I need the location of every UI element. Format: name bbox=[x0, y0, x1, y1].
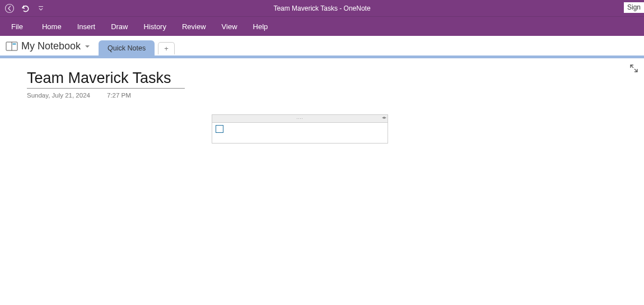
page-canvas[interactable]: Team Maverick Tasks Sunday, July 21, 202… bbox=[0, 58, 644, 305]
page-time[interactable]: 7:27 PM bbox=[107, 92, 131, 99]
section-bar: My Notebook Quick Notes + bbox=[0, 36, 644, 58]
qat-dropdown-icon bbox=[38, 5, 44, 12]
todo-checkbox-tag[interactable] bbox=[216, 125, 223, 133]
expand-icon bbox=[629, 64, 638, 73]
grip-icon: ···· bbox=[297, 117, 304, 121]
page-title-block: Team Maverick Tasks Sunday, July 21, 202… bbox=[27, 70, 185, 99]
page-date[interactable]: Sunday, July 21, 2024 bbox=[27, 92, 90, 99]
qat-customize-button[interactable] bbox=[35, 2, 47, 15]
ribbon-tab-view[interactable]: View bbox=[214, 17, 245, 36]
note-container-handle[interactable]: ···· ◂ ▸ bbox=[212, 114, 388, 122]
ribbon-tab-home[interactable]: Home bbox=[34, 17, 69, 36]
resize-handles[interactable]: ◂ ▸ bbox=[382, 115, 386, 120]
notebook-name: My Notebook bbox=[21, 40, 81, 52]
back-arrow-circle-icon bbox=[4, 3, 15, 13]
svg-rect-4 bbox=[13, 43, 16, 45]
chevron-down-icon bbox=[84, 43, 91, 50]
section-tab-quick-notes[interactable]: Quick Notes bbox=[99, 40, 155, 56]
sign-in-button[interactable]: Sign bbox=[624, 2, 644, 13]
note-container[interactable]: ···· ◂ ▸ bbox=[212, 114, 388, 144]
ribbon-tab-review[interactable]: Review bbox=[174, 17, 214, 36]
fullscreen-toggle[interactable] bbox=[629, 64, 638, 75]
add-section-button[interactable]: + bbox=[158, 42, 175, 54]
undo-icon bbox=[20, 3, 30, 13]
ribbon-tab-history[interactable]: History bbox=[136, 17, 174, 36]
note-body[interactable] bbox=[212, 122, 388, 144]
ribbon: File Home Insert Draw History Review Vie… bbox=[0, 17, 644, 36]
title-bar: Team Maverick Tasks - OneNote Sign bbox=[0, 0, 644, 17]
ribbon-tab-file[interactable]: File bbox=[4, 17, 34, 36]
svg-point-0 bbox=[6, 4, 14, 12]
page-meta: Sunday, July 21, 2024 7:27 PM bbox=[27, 92, 185, 99]
quick-access-toolbar bbox=[0, 2, 47, 15]
svg-rect-1 bbox=[39, 6, 43, 7]
notebook-picker[interactable]: My Notebook bbox=[4, 38, 96, 56]
undo-button[interactable] bbox=[19, 2, 31, 15]
window-title: Team Maverick Tasks - OneNote bbox=[273, 4, 370, 12]
page-title[interactable]: Team Maverick Tasks bbox=[27, 70, 185, 89]
resize-right-icon: ▸ bbox=[384, 115, 386, 120]
notebook-icon bbox=[6, 41, 18, 52]
ribbon-tab-draw[interactable]: Draw bbox=[103, 17, 136, 36]
back-button[interactable] bbox=[3, 2, 16, 15]
ribbon-tab-insert[interactable]: Insert bbox=[69, 17, 104, 36]
ribbon-tab-help[interactable]: Help bbox=[245, 17, 276, 36]
